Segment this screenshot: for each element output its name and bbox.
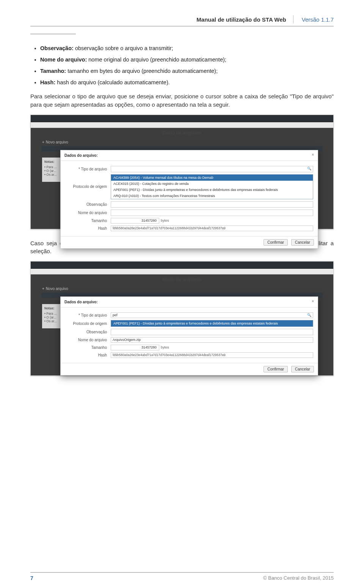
copyright: © Banco Central do Brasil, 2015 (263, 575, 334, 581)
confirm-button[interactable]: Confirmar (264, 239, 288, 246)
paragraph-1: Para selecionar o tipo de arquivo que se… (30, 92, 334, 109)
label-hash: Hash (65, 353, 111, 357)
page-number: 7 (30, 575, 33, 581)
hash-input[interactable]: fd9b580a0a26e23e4abd71a7d17d703e4a112268… (111, 225, 313, 231)
cancel-button[interactable]: Cancelar (291, 239, 314, 246)
close-icon[interactable]: × (312, 153, 314, 157)
search-icon[interactable]: 🔍 (307, 313, 311, 318)
section-title: Envio de arquivos (31, 274, 333, 284)
tamanho-input[interactable]: 31457280 (111, 218, 159, 224)
cancel-button[interactable]: Cancelar (291, 366, 314, 372)
label-protocolo: Protocolo de origem (65, 322, 111, 326)
obs-input[interactable] (111, 329, 313, 335)
list-item: Hash: hash do arquivo (calculado automat… (40, 79, 334, 85)
label-tipo: * Tipo de arquivo (65, 313, 111, 317)
doc-header-title: Manual de utilização do STA Web (196, 16, 286, 23)
label-nome: Nome do arquivo (65, 338, 111, 342)
label-tamanho: Tamanho (65, 219, 111, 223)
label-protocolo: Protocolo de origem (65, 184, 111, 189)
hash-input[interactable]: fd9b580a0a26e23e4abd71a7d17d703e4a112268… (111, 352, 313, 358)
list-item: Nome do arquivo: nome original do arquiv… (40, 57, 334, 63)
bytes-unit: bytes (161, 345, 169, 349)
dropdown-option[interactable]: ACAM399 (2054) - Volume mensal dos títul… (111, 175, 313, 181)
header-rule (30, 26, 334, 27)
new-file-button[interactable]: Novo arquivo (42, 287, 68, 291)
screenshot-2: Envio de arquivos Novo arquivo Notas: • … (30, 261, 334, 376)
definition-list: Observação: observação sobre o arquivo a… (40, 45, 334, 85)
label-nome: Nome do arquivo (65, 211, 111, 215)
screenshot-1: Envio de arquivos Novo arquivo Notas: • … (30, 115, 334, 229)
obs-input[interactable] (111, 201, 313, 208)
app-topbar (31, 115, 333, 122)
label-obs: Observação (65, 202, 111, 207)
confirm-button[interactable]: Confirmar (264, 366, 288, 372)
dropdown-option[interactable]: ARQ-010 (A010) - Textos com Informações … (111, 193, 313, 199)
list-item: Observação: observação sobre o arquivo a… (40, 45, 334, 51)
tipo-dropdown[interactable]: APEF001 (PEF1) - Dívidas junto à empreit… (111, 320, 313, 327)
app-menubar (31, 269, 333, 274)
tipo-input[interactable]: 🔍 (111, 166, 313, 172)
section-title: Envio de arquivos (31, 128, 333, 138)
doc-header-version: Versão 1.1.7 (302, 16, 334, 23)
nome-input[interactable]: ArquivoOrigem.zip (111, 337, 313, 343)
modal-header: Dados do arquivo: × (61, 150, 318, 161)
nome-input[interactable] (111, 210, 313, 216)
dropdown-option[interactable]: APEF001 (PEF1) - Dívidas junto à empreit… (111, 320, 313, 326)
new-file-button[interactable]: Novo arquivo (42, 140, 68, 144)
close-icon[interactable]: × (312, 299, 314, 303)
bytes-unit: bytes (161, 219, 169, 222)
tipo-dropdown[interactable]: ACAM399 (2054) - Volume mensal dos títul… (111, 174, 313, 199)
dropdown-option[interactable]: ACEX015 (2015) - Cotações do registro de… (111, 181, 313, 187)
label-hash: Hash (65, 226, 111, 230)
app-menubar (31, 122, 333, 128)
tamanho-input[interactable]: 31457280 (111, 345, 159, 350)
header-short-rule (30, 33, 76, 35)
app-topbar (31, 262, 333, 269)
tipo-input[interactable]: pef 🔍 (111, 312, 313, 318)
label-tipo: * Tipo de arquivo (65, 167, 111, 171)
page-footer: 7 © Banco Central do Brasil, 2015 (30, 572, 334, 581)
label-tamanho: Tamanho (65, 345, 111, 350)
label-obs: Observação (65, 330, 111, 334)
file-modal: Dados do arquivo: × * Tipo de arquivo 🔍 … (60, 150, 318, 249)
dropdown-option[interactable]: APEF001 (PEF1) - Dívidas junto à empreit… (111, 187, 313, 193)
modal-header: Dados do arquivo: × (61, 297, 318, 307)
search-icon[interactable]: 🔍 (307, 167, 311, 170)
list-item: Tamanho: tamanho em bytes do arquivo (pr… (40, 68, 334, 74)
header-separator (293, 15, 293, 24)
file-modal: Dados do arquivo: × * Tipo de arquivo pe… (60, 296, 318, 375)
